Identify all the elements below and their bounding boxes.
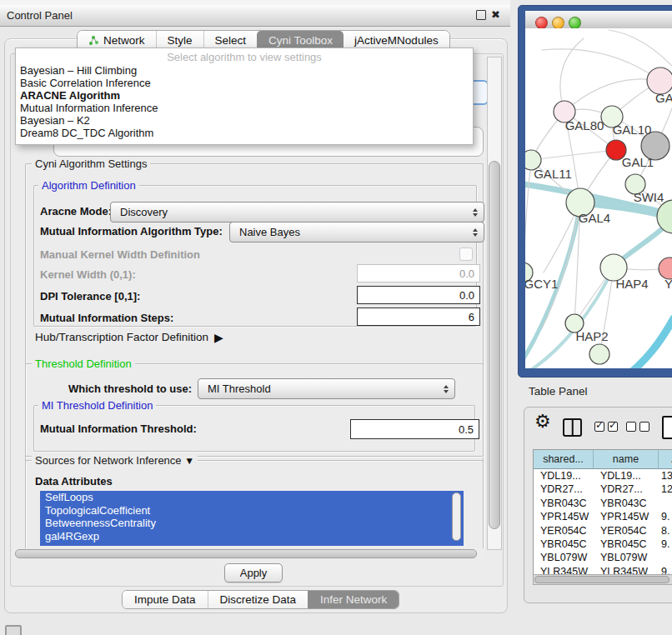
table-cell: 8.	[659, 524, 672, 538]
scrollbar-thumb[interactable]	[534, 576, 669, 583]
table-row[interactable]: YBL079WYBL079W	[534, 551, 672, 564]
algorithm-option-basic-correlation-inference[interactable]: Basic Correlation Inference	[16, 77, 473, 89]
cyni-settings-title: Cyni Algorithm Settings	[32, 158, 150, 170]
tab-jactivemnodules[interactable]: jActiveMNodules	[344, 31, 449, 49]
kernel-width-label: Kernel Width (0,1):	[40, 267, 136, 283]
dpi-tolerance-value: 0.0	[459, 289, 474, 302]
table-body: YDL19...YDL19...13YDR27...YDR27...12YBR0…	[534, 469, 672, 575]
attribute-betweennesscentrality[interactable]: BetweennessCentrality	[40, 517, 464, 530]
tab-style[interactable]: Style	[156, 31, 203, 49]
mi-steps-value: 6	[469, 311, 474, 323]
network-edge[interactable]	[632, 318, 672, 368]
zoom-traffic-light[interactable]	[569, 17, 581, 29]
tab-network[interactable]: Network	[78, 31, 156, 49]
table-cell: YER054C	[594, 524, 659, 538]
algorithm-option-bayesian-k2[interactable]: Bayesian – K2	[16, 114, 473, 127]
float-panel-icon[interactable]	[476, 10, 486, 20]
which-threshold-select[interactable]: MI Threshold	[198, 378, 455, 399]
scrollbar-thumb[interactable]	[15, 549, 477, 558]
tab-select[interactable]: Select	[203, 31, 258, 49]
bottom-tab-strip: Impute DataDiscretize DataInfer Network	[122, 590, 399, 609]
table-cell: YBR043C	[594, 497, 659, 510]
column-header-name[interactable]: name	[594, 450, 659, 468]
list-scrollbar-thumb[interactable]	[452, 492, 461, 541]
unchecked-checkbox-icon[interactable]	[639, 422, 649, 432]
table-cell: YPR145W	[594, 510, 659, 523]
table-row[interactable]: YER054CYER054C8.	[534, 524, 672, 538]
table-cell: YBR045C	[534, 538, 594, 551]
split-columns-icon[interactable]	[563, 418, 582, 437]
algorithm-option-bayesian-hill-climbing[interactable]: Bayesian – Hill Climbing	[16, 64, 473, 77]
collapse-down-icon[interactable]: ▼	[184, 455, 194, 467]
table-row[interactable]: YPR145WYPR145W9.	[534, 510, 672, 523]
column-header-a[interactable]: A	[659, 450, 672, 468]
network-edge[interactable]	[609, 30, 672, 66]
mi-type-select[interactable]: Naive Bayes	[229, 222, 484, 242]
sources-title: Sources for Network Inference ▼	[32, 454, 198, 467]
attribute-topologicalcoefficient[interactable]: TopologicalCoefficient	[40, 504, 464, 518]
tab-label: Cyni Toolbox	[268, 34, 333, 47]
data-attributes-label: Data Attributes	[35, 473, 113, 490]
minimize-traffic-light[interactable]	[552, 17, 564, 29]
network-edge[interactable]	[542, 49, 660, 81]
network-node[interactable]	[589, 344, 609, 364]
unchecked-checkbox-icon[interactable]	[626, 422, 636, 432]
network-edge[interactable]	[525, 160, 531, 272]
kernel-width-field[interactable]: 0.0	[357, 264, 480, 282]
node-label-gal: GAL	[655, 91, 672, 105]
dpi-tolerance-field[interactable]: 0.0	[357, 286, 480, 304]
tab-impute-data[interactable]: Impute Data	[123, 591, 208, 608]
table-horizontal-scrollbar[interactable]	[533, 574, 672, 585]
sources-title-text: Sources for Network Inference	[35, 454, 182, 467]
settings-horizontal-scrollbar[interactable]	[13, 548, 485, 558]
stepper-arrows-icon	[473, 228, 478, 237]
table-row[interactable]: YBR043CYBR043C	[534, 497, 672, 510]
aracne-mode-label: Aracne Mode:	[40, 203, 112, 220]
aracne-mode-value: Discovery	[120, 206, 168, 218]
node-label-hap4: HAP4	[615, 277, 648, 291]
threshold-definition-title: Threshold Definition	[32, 358, 135, 370]
table-cell: YBR045C	[594, 538, 659, 551]
tab-infer-network[interactable]: Infer Network	[308, 591, 399, 608]
algorithm-option-dream8-dc-tdc-algorithm[interactable]: Dream8 DC_TDC Algorithm	[16, 127, 473, 139]
checked-checkbox-icon[interactable]	[594, 422, 604, 432]
table-row[interactable]: YDR27...YDR27...12	[534, 482, 672, 496]
table-toolbar: ⚙	[524, 408, 672, 449]
attribute-gal4rgexp[interactable]: gal4RGexp	[40, 530, 464, 543]
table-cell: YBL079W	[594, 551, 659, 564]
algorithm-option-aracne-algorithm[interactable]: ARACNE Algorithm	[16, 89, 473, 102]
minimized-panel-icon[interactable]	[5, 625, 22, 635]
attribute-selfloops[interactable]: SelfLoops	[40, 491, 464, 504]
table-row[interactable]: YDL19...YDL19...13	[534, 469, 672, 482]
column-header-shared[interactable]: shared...	[534, 450, 594, 468]
manual-kernel-checkbox[interactable]	[459, 248, 473, 261]
hub-definition-expander[interactable]: Hub/Transcription Factor Definition ▶	[35, 331, 223, 343]
apply-button[interactable]: Apply	[224, 563, 283, 582]
mi-steps-field[interactable]: 6	[357, 308, 480, 326]
tab-label: jActiveMNodules	[354, 34, 439, 47]
table-cell	[659, 551, 672, 564]
control-panel-titlebar: Control Panel ✖	[0, 5, 510, 27]
network-canvas[interactable]: GALGAL80GAL10GAL1GAL11SWI4GAL4GCY1HAP4YH…	[525, 28, 672, 368]
settings-vertical-scrollbar[interactable]	[487, 57, 502, 550]
table-cell	[659, 497, 672, 510]
mi-threshold-field[interactable]: 0.5	[350, 419, 479, 439]
scrollbar-thumb[interactable]	[489, 161, 500, 529]
aracne-mode-select[interactable]: Discovery	[110, 202, 484, 222]
kernel-width-value: 0.0	[459, 268, 474, 280]
table-row[interactable]: YBR045CYBR045C9.	[534, 538, 672, 551]
close-traffic-light[interactable]	[535, 17, 548, 29]
mi-threshold-value: 0.5	[459, 423, 474, 436]
gear-icon[interactable]: ⚙	[534, 411, 551, 432]
tab-discretize-data[interactable]: Discretize Data	[208, 591, 308, 608]
mi-threshold-group-title: MI Threshold Definition	[38, 399, 156, 412]
panel-title: Control Panel	[7, 9, 73, 22]
checked-checkbox-icon[interactable]	[608, 422, 618, 432]
close-icon[interactable]: ✖	[491, 9, 500, 20]
hub-definition-label: Hub/Transcription Factor Definition	[35, 331, 208, 343]
tab-cyni-toolbox[interactable]: Cyni Toolbox	[257, 31, 344, 49]
new-table-icon[interactable]	[662, 416, 672, 439]
table-cell: YDL19...	[594, 469, 659, 482]
network-window-titlebar[interactable]	[525, 11, 672, 29]
algorithm-option-mutual-information-inference[interactable]: Mutual Information Inference	[16, 102, 473, 114]
